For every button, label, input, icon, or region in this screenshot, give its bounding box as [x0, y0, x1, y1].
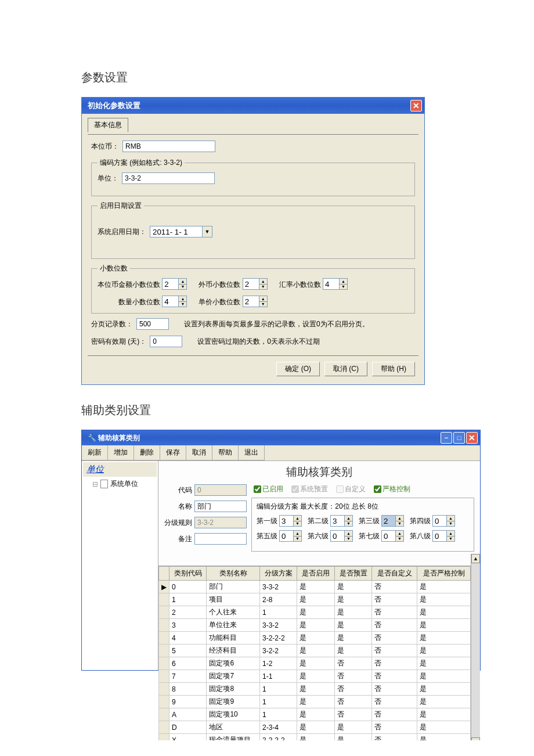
toolbar-btn-删除[interactable]: 删除 — [134, 445, 160, 460]
page-note: 设置列表界面每页最多显示的记录数，设置0为不启用分页。 — [184, 319, 369, 329]
dec-qty-label: 数量小数位数 — [118, 298, 160, 306]
unit-label: 单位： — [98, 174, 118, 183]
table-row[interactable]: 4功能科目3-2-2-2是是否是 — [159, 632, 471, 645]
dec-rate-spinner[interactable]: ▲▼ — [323, 278, 348, 290]
level-spinner-3[interactable]: ▲▼ — [381, 515, 404, 527]
sidebar: 单位 系统单位 — [82, 461, 158, 670]
table-row[interactable]: 8固定项81是否否是 — [159, 683, 471, 696]
level-spinner-6[interactable]: ▲▼ — [330, 530, 353, 542]
ok-button[interactable]: 确定 (O) — [276, 362, 320, 376]
table-row[interactable]: 9固定项91是否否是 — [159, 696, 471, 708]
toolbar-btn-保存[interactable]: 保存 — [160, 445, 186, 460]
data-grid[interactable]: 类别代码类别名称分级方案是否启用是否预置是否自定义是否严格控制 ▶0部门3-3-… — [158, 566, 471, 740]
scroll-up-icon[interactable]: ▲ — [471, 554, 480, 563]
table-row[interactable]: 6固定项61-2是否否是 — [159, 657, 471, 670]
page-input[interactable] — [136, 318, 169, 330]
spin-down-icon[interactable]: ▼ — [179, 285, 186, 290]
main-title: 辅助核算类别 — [158, 461, 480, 482]
scroll-down-icon[interactable]: ▼ — [471, 737, 480, 740]
code-input — [194, 484, 247, 496]
col-header[interactable]: 是否严格控制 — [417, 567, 471, 581]
col-header[interactable]: 类别名称 — [207, 567, 260, 581]
pwd-label: 密码有效期 (天)： — [91, 337, 146, 347]
table-row[interactable]: 2个人往来1是是否是 — [159, 606, 471, 619]
chk-enabled[interactable]: 已启用 — [254, 484, 283, 494]
remark-input[interactable] — [194, 533, 247, 545]
table-row[interactable]: X现金流量项目2-2-2-2是是否是 — [159, 734, 471, 741]
name-input[interactable] — [194, 501, 247, 512]
window-title-2: 🔧 辅助核算类别 — [88, 433, 140, 443]
chk-custom: 自定义 — [336, 484, 366, 494]
table-row[interactable]: 1项目2-8是是否是 — [159, 593, 471, 606]
minimize-icon[interactable]: − — [441, 432, 452, 444]
level-title: 编辑分级方案 最大长度：20位 总长 8位 — [257, 502, 469, 512]
tree-item-system-unit[interactable]: 系统单位 — [83, 477, 157, 491]
help-button[interactable]: 帮助 (H) — [372, 362, 415, 376]
chk-strict[interactable]: 严格控制 — [374, 484, 410, 494]
currency-input[interactable] — [122, 141, 215, 152]
cancel-button[interactable]: 取消 (C) — [324, 362, 367, 376]
table-row[interactable]: 5经济科目3-2-2是是否是 — [159, 645, 471, 657]
encoding-legend: 编码方案 (例如格式: 3-3-2) — [98, 158, 185, 168]
dropdown-icon[interactable]: ▼ — [202, 226, 212, 237]
table-row[interactable]: 3单位往来3-3-2是是否是 — [159, 619, 471, 632]
table-row[interactable]: D地区2-3-4是是否是 — [159, 721, 471, 734]
dec-price-label: 单价小数位数 — [199, 298, 240, 306]
dec-foreign-spinner[interactable]: ▲▼ — [243, 278, 268, 290]
pwd-input[interactable] — [150, 336, 182, 347]
section-title-aux: 辅助类别设置 — [81, 402, 453, 418]
dec-local-spinner[interactable]: ▲▼ — [162, 278, 187, 290]
toolbar-btn-增加[interactable]: 增加 — [108, 445, 134, 460]
toolbar-btn-帮助[interactable]: 帮助 — [212, 445, 239, 460]
col-header[interactable]: 类别代码 — [169, 567, 207, 581]
level-group: 编辑分级方案 最大长度：20位 总长 8位 第一级▲▼第二级▲▼第三级▲▼第四级… — [251, 498, 474, 552]
code-label: 代码 — [164, 485, 192, 495]
fieldset-encoding: 编码方案 (例如格式: 3-3-2) 单位： — [91, 158, 415, 196]
rule-label: 分级规则 — [164, 518, 192, 528]
date-legend: 启用日期设置 — [98, 201, 144, 211]
chk-preset: 系统预置 — [291, 484, 328, 494]
decimal-legend: 小数位数 — [98, 264, 130, 273]
col-header[interactable]: 分级方案 — [260, 567, 297, 581]
toolbar-btn-退出[interactable]: 退出 — [239, 445, 265, 460]
titlebar: 初始化参数设置 ✕ — [82, 98, 424, 114]
section-title-params: 参数设置 — [81, 70, 453, 85]
level-spinner-1[interactable]: ▲▼ — [279, 515, 302, 527]
dec-qty-spinner[interactable]: ▲▼ — [162, 296, 187, 307]
level-spinner-2[interactable]: ▲▼ — [330, 515, 353, 527]
sidebar-title: 单位 — [83, 462, 157, 477]
level-spinner-5[interactable]: ▲▼ — [279, 530, 302, 542]
col-header[interactable]: 是否自定义 — [372, 567, 417, 581]
table-row[interactable]: ▶0部门3-3-2是是否是 — [159, 581, 471, 593]
level-spinner-7[interactable]: ▲▼ — [381, 530, 404, 542]
currency-label: 本位币： — [91, 142, 119, 152]
table-row[interactable]: A固定项101是否否是 — [159, 708, 471, 721]
col-header[interactable]: 是否预置 — [334, 567, 371, 581]
spin-up-icon[interactable]: ▲ — [179, 279, 186, 285]
unit-input[interactable] — [122, 172, 215, 184]
tree-item-label: 系统单位 — [110, 479, 138, 489]
pwd-note: 设置密码过期的天数，0天表示永不过期 — [197, 337, 320, 347]
dec-rate-label: 汇率小数位数 — [279, 280, 321, 289]
col-header[interactable]: 是否启用 — [297, 567, 334, 581]
level-spinner-8[interactable]: ▲▼ — [432, 530, 455, 542]
table-row[interactable]: 7固定项71-1是否否是 — [159, 670, 471, 683]
sysdate-picker[interactable]: ▼ — [150, 226, 212, 237]
fieldset-date: 启用日期设置 系统启用日期： ▼ — [91, 201, 415, 259]
tab-basic-info[interactable]: 基本信息 — [88, 118, 128, 132]
toolbar-btn-刷新[interactable]: 刷新 — [82, 445, 108, 460]
window-title: 初始化参数设置 — [88, 100, 140, 111]
level-spinner-4[interactable]: ▲▼ — [432, 515, 455, 527]
close-icon-2[interactable]: ✕ — [466, 432, 478, 444]
dec-local-label: 本位币金额小数位数 — [98, 280, 160, 289]
sysdate-input[interactable] — [150, 226, 202, 237]
name-label: 名称 — [164, 502, 192, 512]
vertical-scrollbar[interactable]: ▲ ▼ — [471, 554, 480, 740]
close-icon[interactable]: ✕ — [410, 100, 422, 111]
rule-input — [194, 517, 247, 528]
maximize-icon[interactable]: □ — [453, 432, 465, 444]
toolbar-btn-取消[interactable]: 取消 — [186, 445, 212, 460]
dec-price-spinner[interactable]: ▲▼ — [243, 296, 268, 307]
remark-label: 备注 — [164, 534, 192, 544]
window-aux-category: 🔧 辅助核算类别 − □ ✕ 刷新增加删除保存取消帮助退出 单位 系统单位 辅助… — [81, 430, 481, 671]
